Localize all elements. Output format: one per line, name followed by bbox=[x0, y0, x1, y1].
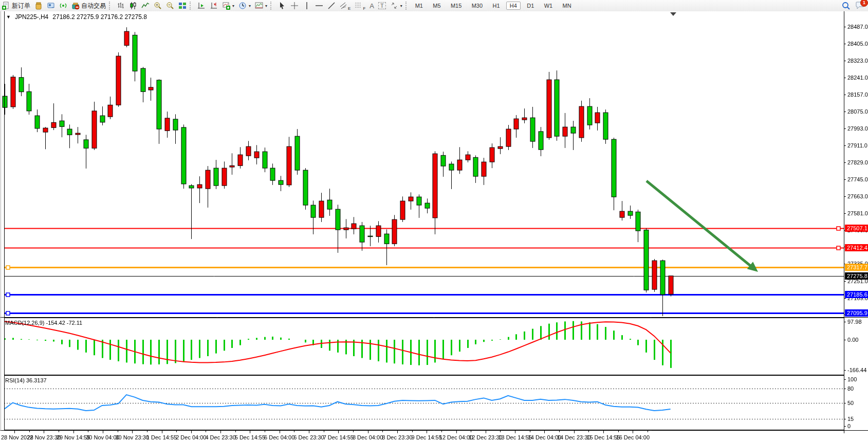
fibo-f-label: F bbox=[363, 6, 365, 11]
main-chart-canvas[interactable] bbox=[0, 11, 868, 318]
chart-shift-icon bbox=[210, 2, 218, 10]
publisher-icon bbox=[47, 2, 55, 10]
cursor-icon bbox=[278, 2, 286, 10]
auto-trading-icon bbox=[71, 2, 80, 10]
template-button[interactable]: ▾ bbox=[253, 1, 269, 11]
candlestick-chart-button[interactable] bbox=[127, 1, 139, 11]
add-indicator-icon bbox=[222, 2, 230, 10]
auto-scroll-button[interactable] bbox=[195, 1, 208, 11]
timeframe-button-m5[interactable]: M5 bbox=[429, 2, 444, 10]
timeframe-button-m1[interactable]: M1 bbox=[412, 2, 427, 10]
dropdown-caret-icon: ▾ bbox=[400, 4, 402, 8]
ohlc-values: 27186.2 27275.9 27176.2 27275.8 bbox=[52, 13, 147, 21]
timeframe-button-h1[interactable]: H1 bbox=[489, 2, 503, 10]
trendline-button[interactable] bbox=[325, 1, 338, 11]
collapse-triangle-icon[interactable]: ▼ bbox=[6, 14, 11, 20]
channel-e-label: E bbox=[348, 6, 350, 11]
toolbar: 新订单 自动交易 ▾ ▾ bbox=[0, 0, 868, 12]
history-button[interactable] bbox=[32, 1, 45, 11]
line-chart-icon bbox=[141, 2, 150, 10]
timeframe-button-d1[interactable]: D1 bbox=[523, 2, 538, 10]
dropdown-caret-icon: ▾ bbox=[265, 4, 267, 8]
vertical-line-button[interactable] bbox=[301, 1, 313, 11]
new-order-icon bbox=[2, 2, 10, 10]
bar-chart-button[interactable] bbox=[115, 1, 127, 11]
trendline-icon bbox=[327, 2, 336, 10]
toolbar-separator bbox=[270, 2, 275, 10]
auto-trading-label: 自动交易 bbox=[81, 2, 106, 10]
text-label-button[interactable]: T bbox=[376, 1, 388, 11]
text-button[interactable]: A bbox=[367, 1, 376, 11]
clock-icon bbox=[238, 2, 247, 10]
add-indicator-button[interactable]: ▾ bbox=[220, 1, 236, 11]
dropdown-caret-icon: ▾ bbox=[232, 4, 234, 8]
equidistant-channel-icon bbox=[340, 2, 348, 9]
auto-trading-button[interactable]: 自动交易 bbox=[69, 1, 108, 11]
new-order-label: 新订单 bbox=[12, 2, 30, 10]
template-icon bbox=[255, 2, 263, 10]
auto-scroll-icon bbox=[197, 2, 206, 10]
zoom-in-button[interactable] bbox=[152, 1, 164, 11]
candlestick-chart-icon bbox=[129, 2, 137, 10]
zoom-out-icon bbox=[166, 2, 174, 10]
new-order-button[interactable]: 新订单 bbox=[0, 1, 32, 11]
toolbar-separator bbox=[405, 2, 410, 10]
tile-windows-button[interactable] bbox=[176, 1, 189, 11]
text-label-icon: T bbox=[378, 2, 386, 9]
arrows-icon bbox=[390, 2, 398, 10]
tile-windows-icon bbox=[178, 2, 187, 10]
timeframe-button-w1[interactable]: W1 bbox=[541, 2, 557, 10]
text-a-icon: A bbox=[370, 2, 374, 10]
timeframe-button-h4[interactable]: H4 bbox=[506, 2, 521, 10]
vertical-line-icon bbox=[303, 2, 311, 10]
chat-button[interactable]: 1 bbox=[856, 1, 865, 11]
zoom-in-icon bbox=[154, 2, 162, 10]
zoom-out-button[interactable] bbox=[164, 1, 176, 11]
equidistant-channel-button[interactable]: E bbox=[338, 1, 353, 11]
rsi-panel-canvas[interactable] bbox=[0, 375, 868, 431]
bar-chart-icon bbox=[117, 2, 125, 10]
time-axis-canvas bbox=[0, 431, 868, 442]
fibonacci-icon bbox=[355, 2, 363, 9]
period-button[interactable]: ▾ bbox=[236, 1, 253, 11]
symbol-period-label: JPN225-,H4 bbox=[15, 13, 48, 21]
dropdown-caret-icon: ▾ bbox=[249, 4, 251, 8]
jar-icon bbox=[34, 2, 43, 10]
line-chart-button[interactable] bbox=[139, 1, 152, 11]
fibonacci-button[interactable]: F bbox=[353, 1, 367, 11]
timeframe-group: M1 M5 M15 M30 H1 H4 D1 W1 MN bbox=[411, 2, 576, 9]
timeframe-button-mn[interactable]: MN bbox=[559, 2, 575, 10]
toolbar-separator bbox=[190, 2, 194, 10]
horizontal-line-icon bbox=[315, 2, 323, 10]
macd-panel-canvas[interactable] bbox=[0, 318, 868, 375]
publisher-button[interactable] bbox=[45, 1, 57, 11]
crosshair-icon bbox=[290, 2, 299, 10]
timeframe-button-m15[interactable]: M15 bbox=[447, 2, 465, 10]
toolbar-separator bbox=[109, 2, 114, 10]
horizontal-line-button[interactable] bbox=[313, 1, 325, 11]
signal-icon bbox=[59, 2, 67, 10]
chart-title: ▼ JPN225-,H4 27186.2 27275.9 27176.2 272… bbox=[6, 13, 147, 21]
search-icon[interactable] bbox=[842, 2, 851, 10]
toolbar-right-group: 1 bbox=[842, 1, 868, 11]
macd-indicator-label: MACD(12,26,9) -154.42 -72.11 bbox=[5, 320, 82, 326]
notification-badge: 1 bbox=[860, 0, 868, 7]
cursor-button[interactable] bbox=[276, 1, 288, 11]
timeframe-button-m30[interactable]: M30 bbox=[468, 2, 486, 10]
arrows-button[interactable]: ▾ bbox=[388, 1, 404, 11]
rsi-indicator-label: RSI(14) 36.3137 bbox=[5, 377, 47, 383]
signals-button[interactable] bbox=[57, 1, 69, 11]
crosshair-button[interactable] bbox=[288, 1, 301, 11]
chart-window: ▼ JPN225-,H4 27186.2 27275.9 27176.2 272… bbox=[0, 11, 868, 442]
chart-shift-button[interactable] bbox=[208, 1, 220, 11]
